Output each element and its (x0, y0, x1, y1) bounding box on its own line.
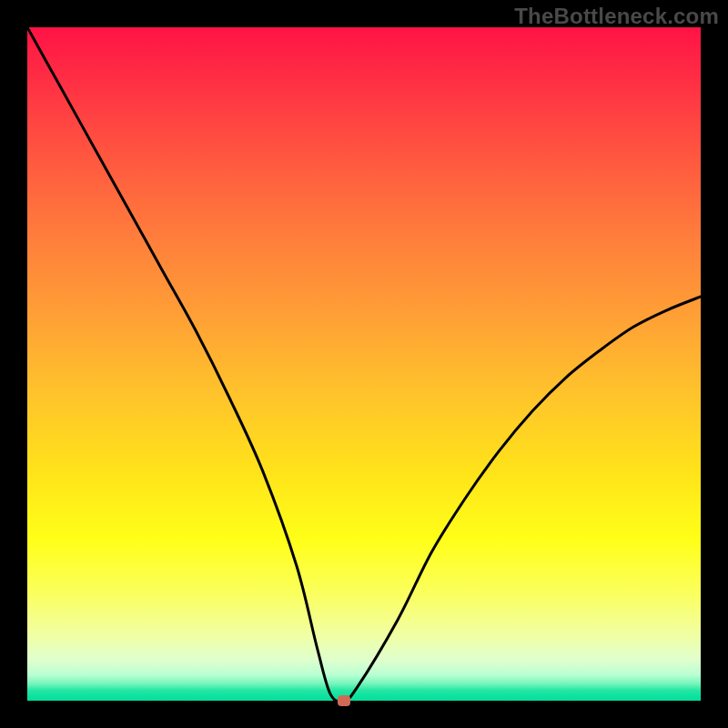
chart-frame: TheBottleneck.com (0, 0, 728, 728)
optimal-point-marker (338, 695, 350, 706)
plot-area (27, 27, 701, 701)
watermark-text: TheBottleneck.com (514, 4, 719, 29)
curve-svg (27, 27, 701, 701)
bottleneck-curve (27, 27, 701, 701)
